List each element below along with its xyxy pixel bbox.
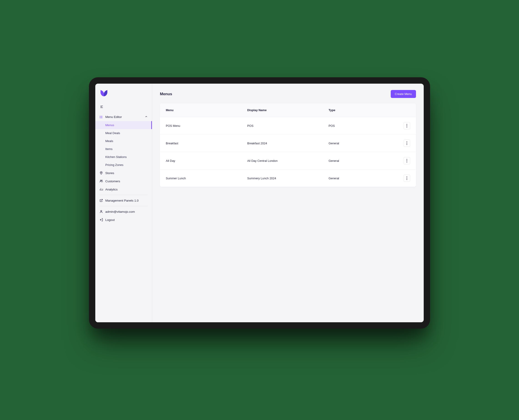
external-link-icon [99, 199, 103, 202]
sidebar-label: Analytics [105, 188, 118, 191]
svg-point-21 [406, 141, 407, 142]
sidebar-item-analytics[interactable]: Analytics [95, 185, 152, 193]
sidebar-label: Management Panels 1.0 [105, 199, 138, 202]
cell-display-name: Breakfast 2024 [247, 142, 329, 145]
cell-menu: Summer Lunch [166, 177, 247, 180]
chevron-up-icon [145, 115, 148, 119]
svg-point-10 [100, 180, 101, 181]
kebab-icon [406, 124, 407, 128]
sidebar-sub-label: Pricing Zones [105, 163, 123, 167]
sidebar-divider [99, 195, 148, 195]
chart-icon [99, 188, 103, 191]
pin-icon [99, 171, 103, 175]
svg-point-11 [102, 180, 102, 181]
cell-display-name: Summery Lunch 2024 [247, 177, 329, 180]
logout-icon [99, 218, 103, 222]
cell-type: General [329, 177, 397, 180]
cell-type: General [329, 159, 397, 163]
svg-point-19 [406, 125, 407, 126]
sidebar-item-user[interactable]: admin@vitamojo.com [95, 208, 152, 216]
svg-point-9 [101, 172, 101, 173]
cell-actions [397, 157, 410, 164]
kebab-icon [406, 176, 407, 180]
sidebar-sub-label: Kitchen Stations [105, 155, 127, 159]
col-menu: Menu [166, 108, 247, 112]
svg-point-29 [406, 179, 407, 180]
svg-point-23 [406, 144, 407, 145]
col-type: Type [329, 108, 397, 112]
list-icon [99, 115, 103, 119]
page-title: Menus [160, 92, 172, 96]
sidebar-item-menu-editor[interactable]: Menu Editor [95, 113, 152, 121]
cell-actions [397, 174, 410, 182]
sidebar-sub-pricing-zones[interactable]: Pricing Zones [95, 161, 152, 169]
sidebar-sub-items[interactable]: Items [95, 145, 152, 153]
table-row[interactable]: Breakfast Breakfast 2024 General [160, 135, 416, 152]
svg-point-6 [100, 116, 100, 116]
cell-menu: All Day [166, 159, 247, 163]
page-header: Menus Create Menu [160, 90, 416, 98]
cell-menu: Breakfast [166, 142, 247, 145]
sidebar-label: Customers [105, 180, 120, 183]
row-actions-button[interactable] [404, 174, 410, 182]
sidebar: Menu Editor Menus Meal Deals Meals Items… [95, 84, 152, 322]
svg-point-16 [100, 210, 102, 212]
svg-point-27 [406, 176, 407, 177]
sidebar-sub-meal-deals[interactable]: Meal Deals [95, 129, 152, 137]
table-row[interactable]: All Day All Day Central London General [160, 152, 416, 170]
row-actions-button[interactable] [404, 140, 410, 147]
cell-display-name: POS [247, 124, 329, 128]
tablet-frame: Menu Editor Menus Meal Deals Meals Items… [89, 77, 430, 329]
menus-table: Menu Display Name Type POS Menu POS POS [160, 103, 416, 187]
svg-point-26 [406, 162, 407, 162]
sidebar-sub-kitchen-stations[interactable]: Kitchen Stations [95, 153, 152, 161]
cell-actions [397, 122, 410, 129]
sidebar-sub-label: Meals [105, 139, 113, 143]
row-actions-button[interactable] [404, 157, 410, 164]
svg-point-18 [406, 124, 407, 125]
svg-point-25 [406, 160, 407, 161]
collapse-sidebar-button[interactable] [95, 103, 152, 113]
sidebar-item-stores[interactable]: Stores [95, 169, 152, 177]
cell-menu: POS Menu [166, 124, 247, 128]
sidebar-divider [99, 206, 148, 206]
sidebar-sub-label: Items [105, 147, 113, 151]
sidebar-sub-label: Meal Deals [105, 131, 120, 135]
sidebar-sub-label: Menus [105, 123, 114, 127]
cell-actions [397, 140, 410, 147]
brand-logo [95, 87, 152, 103]
user-email: admin@vitamojo.com [105, 210, 135, 213]
row-actions-button[interactable] [404, 122, 410, 129]
collapse-icon [100, 105, 103, 109]
app-screen: Menu Editor Menus Meal Deals Meals Items… [95, 84, 424, 322]
svg-point-22 [406, 143, 407, 143]
sidebar-item-customers[interactable]: Customers [95, 177, 152, 185]
svg-point-8 [100, 118, 100, 118]
cell-type: POS [329, 124, 397, 128]
cell-display-name: All Day Central London [247, 159, 329, 163]
users-icon [99, 179, 103, 183]
col-display-name: Display Name [247, 108, 329, 112]
sidebar-label: Menu Editor [105, 115, 122, 119]
table-header-row: Menu Display Name Type [160, 103, 416, 117]
svg-point-28 [406, 178, 407, 178]
main-content: Menus Create Menu Menu Display Name Type… [152, 84, 424, 322]
kebab-icon [406, 159, 407, 163]
logo-icon [100, 89, 108, 97]
user-icon [99, 210, 103, 213]
table-row[interactable]: Summer Lunch Summery Lunch 2024 General [160, 170, 416, 187]
svg-point-24 [406, 159, 407, 159]
sidebar-sub-menus[interactable]: Menus [95, 121, 152, 129]
sidebar-item-management-panels[interactable]: Management Panels 1.0 [95, 196, 152, 204]
sidebar-item-logout[interactable]: Logout [95, 216, 152, 224]
svg-point-7 [100, 117, 100, 117]
create-menu-button[interactable]: Create Menu [391, 90, 416, 98]
svg-point-20 [406, 127, 407, 127]
sidebar-sub-meals[interactable]: Meals [95, 137, 152, 145]
sidebar-label: Logout [105, 218, 115, 222]
table-row[interactable]: POS Menu POS POS [160, 117, 416, 135]
cell-type: General [329, 142, 397, 145]
kebab-icon [406, 141, 407, 145]
sidebar-label: Stores [105, 171, 114, 175]
